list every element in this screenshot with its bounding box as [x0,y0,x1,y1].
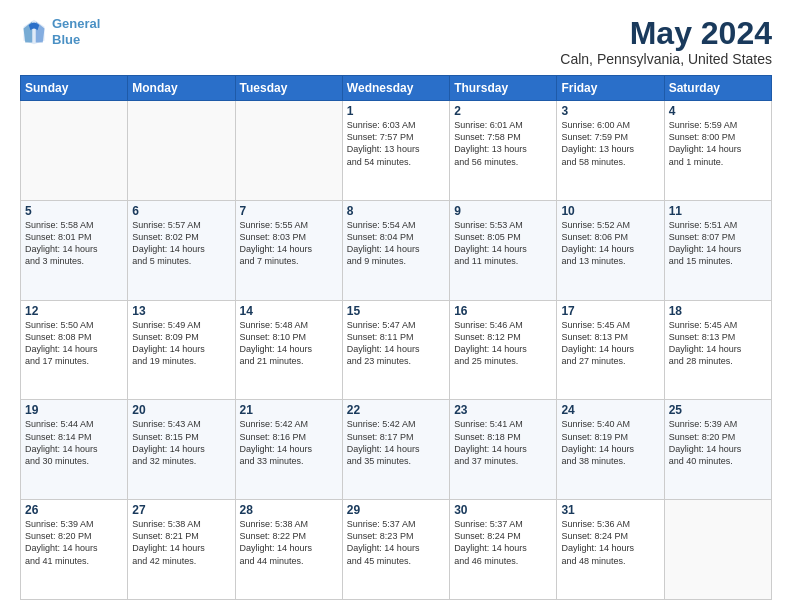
day-info: Sunrise: 5:41 AM Sunset: 8:18 PM Dayligh… [454,418,552,467]
day-info: Sunrise: 5:44 AM Sunset: 8:14 PM Dayligh… [25,418,123,467]
calendar-cell: 6Sunrise: 5:57 AM Sunset: 8:02 PM Daylig… [128,200,235,300]
calendar-cell: 24Sunrise: 5:40 AM Sunset: 8:19 PM Dayli… [557,400,664,500]
day-number: 9 [454,204,552,218]
day-info: Sunrise: 5:57 AM Sunset: 8:02 PM Dayligh… [132,219,230,268]
day-number: 7 [240,204,338,218]
calendar-week-row: 12Sunrise: 5:50 AM Sunset: 8:08 PM Dayli… [21,300,772,400]
calendar-week-row: 26Sunrise: 5:39 AM Sunset: 8:20 PM Dayli… [21,500,772,600]
calendar-cell: 17Sunrise: 5:45 AM Sunset: 8:13 PM Dayli… [557,300,664,400]
day-number: 2 [454,104,552,118]
day-number: 29 [347,503,445,517]
day-number: 6 [132,204,230,218]
calendar-cell [128,101,235,201]
calendar-cell: 12Sunrise: 5:50 AM Sunset: 8:08 PM Dayli… [21,300,128,400]
day-number: 11 [669,204,767,218]
day-number: 3 [561,104,659,118]
calendar-cell: 27Sunrise: 5:38 AM Sunset: 8:21 PM Dayli… [128,500,235,600]
day-number: 10 [561,204,659,218]
calendar-cell: 10Sunrise: 5:52 AM Sunset: 8:06 PM Dayli… [557,200,664,300]
day-info: Sunrise: 5:58 AM Sunset: 8:01 PM Dayligh… [25,219,123,268]
day-info: Sunrise: 5:53 AM Sunset: 8:05 PM Dayligh… [454,219,552,268]
calendar-week-row: 19Sunrise: 5:44 AM Sunset: 8:14 PM Dayli… [21,400,772,500]
day-info: Sunrise: 5:43 AM Sunset: 8:15 PM Dayligh… [132,418,230,467]
calendar-cell [664,500,771,600]
day-info: Sunrise: 5:51 AM Sunset: 8:07 PM Dayligh… [669,219,767,268]
day-number: 1 [347,104,445,118]
calendar-cell: 18Sunrise: 5:45 AM Sunset: 8:13 PM Dayli… [664,300,771,400]
day-info: Sunrise: 5:37 AM Sunset: 8:24 PM Dayligh… [454,518,552,567]
calendar-header-saturday: Saturday [664,76,771,101]
calendar-cell: 25Sunrise: 5:39 AM Sunset: 8:20 PM Dayli… [664,400,771,500]
subtitle: Caln, Pennsylvania, United States [560,51,772,67]
title-block: May 2024 Caln, Pennsylvania, United Stat… [560,16,772,67]
day-number: 27 [132,503,230,517]
calendar-cell: 23Sunrise: 5:41 AM Sunset: 8:18 PM Dayli… [450,400,557,500]
calendar-cell: 19Sunrise: 5:44 AM Sunset: 8:14 PM Dayli… [21,400,128,500]
calendar-cell: 28Sunrise: 5:38 AM Sunset: 8:22 PM Dayli… [235,500,342,600]
day-info: Sunrise: 5:36 AM Sunset: 8:24 PM Dayligh… [561,518,659,567]
logo: General Blue [20,16,100,47]
day-info: Sunrise: 5:42 AM Sunset: 8:16 PM Dayligh… [240,418,338,467]
calendar-cell: 26Sunrise: 5:39 AM Sunset: 8:20 PM Dayli… [21,500,128,600]
calendar-cell: 9Sunrise: 5:53 AM Sunset: 8:05 PM Daylig… [450,200,557,300]
day-info: Sunrise: 5:45 AM Sunset: 8:13 PM Dayligh… [561,319,659,368]
day-number: 22 [347,403,445,417]
day-number: 5 [25,204,123,218]
day-info: Sunrise: 6:01 AM Sunset: 7:58 PM Dayligh… [454,119,552,168]
calendar-cell: 7Sunrise: 5:55 AM Sunset: 8:03 PM Daylig… [235,200,342,300]
calendar-cell [21,101,128,201]
calendar-cell: 1Sunrise: 6:03 AM Sunset: 7:57 PM Daylig… [342,101,449,201]
day-info: Sunrise: 5:48 AM Sunset: 8:10 PM Dayligh… [240,319,338,368]
calendar-header-friday: Friday [557,76,664,101]
calendar-header-sunday: Sunday [21,76,128,101]
day-info: Sunrise: 5:42 AM Sunset: 8:17 PM Dayligh… [347,418,445,467]
day-info: Sunrise: 5:52 AM Sunset: 8:06 PM Dayligh… [561,219,659,268]
calendar-cell: 22Sunrise: 5:42 AM Sunset: 8:17 PM Dayli… [342,400,449,500]
calendar-cell: 20Sunrise: 5:43 AM Sunset: 8:15 PM Dayli… [128,400,235,500]
logo-text: General Blue [52,16,100,47]
day-info: Sunrise: 5:39 AM Sunset: 8:20 PM Dayligh… [25,518,123,567]
day-number: 23 [454,403,552,417]
logo-line2: Blue [52,32,80,47]
day-info: Sunrise: 5:55 AM Sunset: 8:03 PM Dayligh… [240,219,338,268]
day-number: 19 [25,403,123,417]
calendar-header-thursday: Thursday [450,76,557,101]
calendar-cell: 11Sunrise: 5:51 AM Sunset: 8:07 PM Dayli… [664,200,771,300]
day-number: 24 [561,403,659,417]
day-number: 26 [25,503,123,517]
day-info: Sunrise: 5:59 AM Sunset: 8:00 PM Dayligh… [669,119,767,168]
calendar-cell: 14Sunrise: 5:48 AM Sunset: 8:10 PM Dayli… [235,300,342,400]
day-number: 17 [561,304,659,318]
calendar-cell: 29Sunrise: 5:37 AM Sunset: 8:23 PM Dayli… [342,500,449,600]
calendar-cell: 4Sunrise: 5:59 AM Sunset: 8:00 PM Daylig… [664,101,771,201]
calendar-cell: 2Sunrise: 6:01 AM Sunset: 7:58 PM Daylig… [450,101,557,201]
calendar-header-tuesday: Tuesday [235,76,342,101]
day-info: Sunrise: 6:03 AM Sunset: 7:57 PM Dayligh… [347,119,445,168]
day-info: Sunrise: 5:50 AM Sunset: 8:08 PM Dayligh… [25,319,123,368]
day-number: 8 [347,204,445,218]
calendar-header-wednesday: Wednesday [342,76,449,101]
calendar-table: SundayMondayTuesdayWednesdayThursdayFrid… [20,75,772,600]
day-number: 28 [240,503,338,517]
day-info: Sunrise: 5:49 AM Sunset: 8:09 PM Dayligh… [132,319,230,368]
day-info: Sunrise: 6:00 AM Sunset: 7:59 PM Dayligh… [561,119,659,168]
day-number: 18 [669,304,767,318]
calendar-cell: 30Sunrise: 5:37 AM Sunset: 8:24 PM Dayli… [450,500,557,600]
calendar-week-row: 1Sunrise: 6:03 AM Sunset: 7:57 PM Daylig… [21,101,772,201]
day-info: Sunrise: 5:54 AM Sunset: 8:04 PM Dayligh… [347,219,445,268]
calendar-cell: 16Sunrise: 5:46 AM Sunset: 8:12 PM Dayli… [450,300,557,400]
day-number: 4 [669,104,767,118]
day-number: 14 [240,304,338,318]
logo-icon [20,18,48,46]
day-number: 13 [132,304,230,318]
day-number: 15 [347,304,445,318]
day-number: 31 [561,503,659,517]
calendar-cell: 13Sunrise: 5:49 AM Sunset: 8:09 PM Dayli… [128,300,235,400]
calendar-cell [235,101,342,201]
day-number: 16 [454,304,552,318]
day-info: Sunrise: 5:37 AM Sunset: 8:23 PM Dayligh… [347,518,445,567]
main-title: May 2024 [560,16,772,51]
day-info: Sunrise: 5:39 AM Sunset: 8:20 PM Dayligh… [669,418,767,467]
logo-line1: General [52,16,100,31]
header: General Blue May 2024 Caln, Pennsylvania… [20,16,772,67]
